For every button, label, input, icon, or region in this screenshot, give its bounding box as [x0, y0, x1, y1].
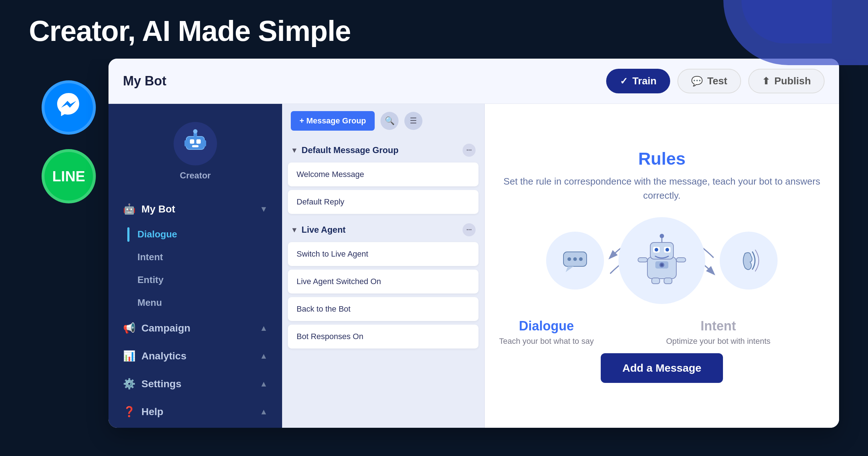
- list-view-button[interactable]: ☰: [404, 112, 422, 130]
- svg-marker-9: [566, 266, 574, 272]
- chevron-down-icon: ▼: [260, 204, 268, 214]
- sidebar-item-menu[interactable]: Menu: [109, 291, 282, 314]
- svg-point-5: [193, 129, 197, 134]
- message-groups: ▼ Default Message Group ··· Welcome Mess…: [282, 138, 484, 428]
- test-chat-icon: 💬: [691, 76, 703, 87]
- svg-point-12: [579, 257, 583, 261]
- creator-bot-icon: [183, 128, 208, 159]
- illustration-labels: Dialogue Teach your bot what to say Inte…: [499, 318, 825, 346]
- speech-bubble-circle: [546, 232, 604, 290]
- rules-description: Set the rule in correspondence with the …: [499, 174, 825, 203]
- sidebar-item-dialogue[interactable]: Dialogue: [109, 223, 282, 246]
- svg-rect-3: [192, 145, 199, 147]
- group-header-default[interactable]: ▼ Default Message Group ···: [288, 138, 478, 162]
- campaign-icon: 📢: [123, 322, 136, 334]
- sidebar-item-campaign[interactable]: 📢 Campaign ▲: [109, 314, 282, 342]
- add-message-button[interactable]: Add a Message: [601, 353, 723, 383]
- list-item[interactable]: Welcome Message: [288, 162, 478, 186]
- dialogue-label-group: Dialogue Teach your bot what to say: [499, 318, 594, 346]
- chevron-up-icon-help: ▲: [260, 407, 268, 417]
- svg-rect-26: [652, 278, 660, 284]
- page-title: Creator, AI Made Simple: [29, 14, 839, 48]
- app-window: My Bot ✓ Train 💬 Test ⬆ Publish: [109, 59, 839, 428]
- dialogue-label: Dialogue: [499, 318, 594, 334]
- svg-rect-7: [203, 140, 206, 147]
- group-more-button[interactable]: ···: [463, 144, 476, 157]
- sidebar-item-entity[interactable]: Entity: [109, 269, 282, 291]
- creator-logo: Creator: [109, 115, 282, 195]
- add-message-group-button[interactable]: + Message Group: [291, 111, 375, 131]
- chevron-up-icon-analytics: ▲: [260, 351, 268, 361]
- creator-avatar: [174, 122, 217, 165]
- intent-label: Intent: [666, 318, 771, 334]
- analytics-icon: 📊: [123, 350, 136, 362]
- rules-title: Rules: [499, 149, 825, 169]
- svg-point-20: [665, 248, 669, 252]
- train-check-icon: ✓: [620, 76, 628, 87]
- intent-desc: Optimize your bot with intents: [666, 337, 771, 346]
- svg-rect-22: [676, 258, 686, 262]
- svg-rect-21: [638, 258, 647, 262]
- middle-panel: + Message Group 🔍 ☰ ▼ Default Message Gr…: [282, 104, 485, 428]
- sidebar-item-my-bot[interactable]: 🤖 My Bot ▼: [109, 195, 282, 223]
- svg-rect-0: [186, 136, 204, 149]
- right-panel: Rules Set the rule in correspondence wit…: [485, 104, 839, 428]
- header: Creator, AI Made Simple: [0, 0, 868, 59]
- main-container: LINE My Bot ✓ Train 💬 Test ⬆ Publish: [0, 59, 868, 442]
- channel-sidebar: LINE: [29, 59, 109, 428]
- svg-point-10: [567, 257, 571, 261]
- group-chevron-live-icon: ▼: [291, 226, 298, 234]
- list-item[interactable]: Back to the Bot: [288, 297, 478, 321]
- svg-rect-1: [190, 139, 194, 144]
- svg-rect-6: [184, 140, 187, 147]
- train-button[interactable]: ✓ Train: [606, 69, 670, 93]
- list-item[interactable]: Bot Responses On: [288, 325, 478, 349]
- nav-sidebar: Creator 🤖 My Bot ▼ Dialogue Intent Entit…: [109, 104, 282, 428]
- channel-line[interactable]: LINE: [42, 149, 96, 203]
- ear-circle: [720, 232, 778, 290]
- rules-section: Rules Set the rule in correspondence wit…: [499, 149, 825, 383]
- creator-label: Creator: [180, 170, 210, 181]
- sidebar-item-intent[interactable]: Intent: [109, 246, 282, 269]
- app-topbar: My Bot ✓ Train 💬 Test ⬆ Publish: [109, 59, 839, 104]
- group-name-live: Live Agent: [302, 225, 346, 235]
- bot-icon: 🤖: [123, 203, 136, 215]
- publish-button[interactable]: ⬆ Publish: [748, 69, 825, 93]
- list-item[interactable]: Default Reply: [288, 190, 478, 214]
- group-chevron-icon: ▼: [291, 146, 298, 155]
- svg-point-16: [660, 234, 664, 238]
- sidebar-item-help[interactable]: ❓ Help ▲: [109, 398, 282, 426]
- group-header-live-agent[interactable]: ▼ Live Agent ···: [288, 218, 478, 242]
- settings-gear-icon: ⚙️: [123, 378, 136, 390]
- channel-messenger[interactable]: [42, 80, 96, 135]
- intent-label-group: Intent Optimize your bot with intents: [666, 318, 771, 346]
- panel-toolbar: + Message Group 🔍 ☰: [282, 104, 484, 138]
- dialogue-desc: Teach your bot what to say: [499, 337, 594, 346]
- publish-upload-icon: ⬆: [762, 76, 770, 87]
- search-button[interactable]: 🔍: [380, 112, 399, 130]
- help-icon: ❓: [123, 406, 136, 418]
- robot-circle: [618, 217, 705, 304]
- chevron-up-icon-settings: ▲: [260, 379, 268, 389]
- svg-rect-2: [196, 139, 201, 144]
- search-icon: 🔍: [385, 116, 395, 126]
- svg-point-11: [573, 257, 577, 261]
- group-more-live-button[interactable]: ···: [463, 223, 476, 236]
- group-name-default: Default Message Group: [302, 145, 399, 155]
- illustration: [499, 217, 825, 304]
- sidebar-item-analytics[interactable]: 📊 Analytics ▲: [109, 342, 282, 370]
- list-icon: ☰: [410, 116, 417, 126]
- app-body: Creator 🤖 My Bot ▼ Dialogue Intent Entit…: [109, 104, 839, 428]
- chevron-up-icon: ▲: [260, 324, 268, 333]
- svg-rect-27: [664, 278, 672, 284]
- messenger-icon: [54, 90, 83, 125]
- test-button[interactable]: 💬 Test: [677, 69, 741, 93]
- list-item[interactable]: Switch to Live Agent: [288, 242, 478, 266]
- line-icon: LINE: [52, 168, 85, 185]
- list-item[interactable]: Live Agent Switched On: [288, 270, 478, 294]
- sidebar-item-settings[interactable]: ⚙️ Settings ▲: [109, 370, 282, 398]
- svg-point-25: [660, 263, 663, 266]
- svg-point-19: [655, 248, 658, 252]
- app-title: My Bot: [123, 73, 599, 89]
